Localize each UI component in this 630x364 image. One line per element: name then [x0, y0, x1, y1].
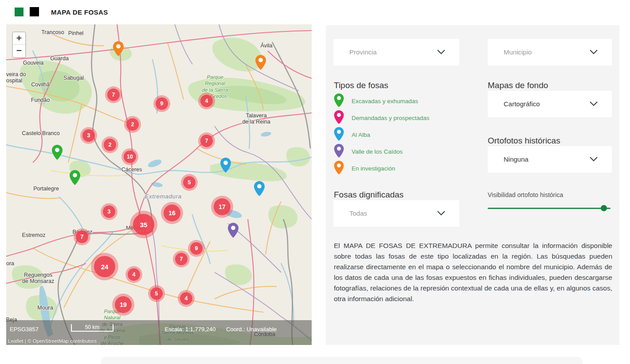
legend-item: En investigación	[334, 160, 430, 177]
chevron-down-icon	[590, 101, 598, 106]
chevron-down-icon	[437, 211, 445, 216]
cluster-marker[interactable]: 7	[198, 132, 215, 149]
ortofoto-dropdown[interactable]: Ninguna	[488, 146, 612, 173]
legend-label: Demandadas y prospectadas	[352, 115, 430, 121]
chevron-down-icon	[590, 157, 598, 162]
cluster-count: 9	[156, 97, 168, 110]
logo-green-square	[15, 8, 23, 16]
municipio-placeholder: Municipio	[504, 48, 532, 56]
cluster-marker[interactable]: 7	[105, 86, 122, 103]
cluster-count: 4	[128, 268, 140, 281]
cluster-count: 5	[150, 287, 163, 300]
cluster-count: 24	[94, 256, 115, 277]
slider-track[interactable]	[488, 208, 610, 209]
cluster-marker[interactable]: 3	[101, 203, 117, 220]
map-pin-icon	[334, 110, 344, 126]
cluster-count: 17	[214, 198, 231, 215]
logo-black-square	[30, 7, 39, 16]
scale-text: Escala: 1:1,779,240	[157, 326, 223, 333]
visibility-slider-label: Visibilidad ortofoto histórica	[488, 191, 563, 198]
cluster-count: 2	[126, 118, 139, 131]
visibility-slider[interactable]	[488, 205, 610, 212]
legend-label: Valle de los Caídos	[352, 148, 403, 155]
zoom-in-button[interactable]: +	[13, 32, 25, 45]
fosas-dignificadas-dropdown[interactable]: Todas	[333, 200, 459, 227]
cluster-marker[interactable]: 24	[91, 253, 118, 280]
fosas-dignificadas-heading: Fosas dignificadas	[334, 190, 403, 200]
cluster-marker[interactable]: 19	[112, 294, 134, 316]
cluster-marker[interactable]: 4	[178, 290, 195, 307]
cluster-count: 16	[164, 205, 180, 221]
cluster-marker[interactable]: 2	[102, 136, 118, 153]
filters-panel: Provincia Municipio Tipos de fosas Excav…	[326, 25, 619, 345]
cluster-marker[interactable]: 9	[153, 95, 170, 112]
map[interactable]: TrancosoPinhelGuardaGouveiaveira do ospi…	[6, 24, 312, 345]
cluster-marker[interactable]: 17	[211, 196, 233, 218]
cluster-marker[interactable]: 2	[124, 116, 141, 133]
zoom-control: + −	[12, 31, 26, 58]
cluster-marker[interactable]: 9	[188, 240, 205, 257]
cluster-count: 7	[107, 89, 120, 101]
map-description-text: El MAPA DE FOSAS DE EXTREMADURA permite …	[334, 240, 612, 304]
map-pin-icon	[334, 144, 344, 159]
zoom-out-button[interactable]: −	[13, 45, 25, 57]
coordinates-text: Coord.: Unavailable	[218, 326, 285, 333]
cluster-marker[interactable]: 16	[161, 202, 183, 224]
cluster-marker[interactable]: 4	[125, 266, 142, 283]
legend-item: Al Alba	[334, 126, 430, 143]
legend-label: Excavadas y exhumadas	[352, 98, 418, 105]
scale-bar: 50 km	[71, 324, 113, 332]
fosas-dignificadas-value: Todas	[349, 209, 367, 217]
epsg-label: EPSG3857	[10, 326, 39, 333]
tipos-de-fosas-heading: Tipos de fosas	[334, 81, 388, 90]
cluster-count: 9	[190, 242, 203, 255]
mapa-de-fondo-dropdown[interactable]: Cartográfico	[488, 91, 612, 117]
map-pin-icon	[334, 161, 344, 176]
cluster-marker[interactable]: 4	[198, 93, 215, 109]
cluster-marker[interactable]: 7	[74, 228, 90, 245]
grave-pin-al-alba[interactable]	[254, 181, 265, 198]
cluster-count: 5	[183, 176, 196, 189]
cluster-count: 7	[200, 135, 213, 147]
fosa-types-legend: Excavadas y exhumadasDemandadas y prospe…	[334, 93, 430, 177]
legend-label: Al Alba	[352, 132, 370, 138]
provincia-dropdown[interactable]: Provincia	[333, 39, 459, 66]
cluster-marker[interactable]: 10	[121, 148, 138, 165]
cluster-count: 7	[175, 253, 188, 265]
mapas-de-fondo-heading: Mapas de fondo	[488, 81, 548, 90]
chevron-down-icon	[437, 50, 445, 54]
grave-pin-en-investigacion[interactable]	[255, 55, 266, 72]
cluster-marker[interactable]: 5	[148, 285, 165, 302]
map-attribution[interactable]: Leaflet | © OpenStreetMap contributors	[8, 338, 97, 344]
grave-pin-al-alba[interactable]	[220, 158, 231, 174]
provincia-placeholder: Provincia	[349, 48, 377, 56]
cluster-count: 4	[200, 95, 213, 107]
chevron-down-icon	[590, 50, 598, 54]
legend-item: Excavadas y exhumadas	[334, 93, 430, 109]
mapa-de-fondo-value: Cartográfico	[504, 100, 540, 108]
cluster-count: 3	[103, 205, 115, 218]
map-status-bar: EPSG3857 50 km Escala: 1:1,779,240 Coord…	[6, 320, 312, 345]
cluster-marker[interactable]: 5	[181, 174, 198, 191]
grave-pin-valle-de-los-caidos[interactable]	[227, 223, 239, 240]
map-pin-icon	[334, 93, 344, 109]
cluster-marker[interactable]: 3	[80, 127, 97, 144]
legend-item: Valle de los Caídos	[334, 143, 430, 160]
cluster-count: 35	[133, 214, 154, 235]
municipio-dropdown[interactable]: Municipio	[488, 39, 612, 66]
cluster-count: 2	[104, 139, 116, 151]
cluster-marker[interactable]: 7	[173, 251, 190, 267]
cluster-count: 7	[76, 231, 88, 243]
cluster-marker[interactable]: 35	[130, 211, 157, 238]
grave-pin-en-investigacion[interactable]	[113, 41, 124, 58]
app-header: MAPA DE FOSAS	[0, 0, 630, 24]
ortofotos-heading: Ortofotos históricas	[488, 136, 560, 146]
cluster-count: 3	[82, 129, 95, 142]
grave-pin-excavadas-y-exhumadas[interactable]	[51, 145, 63, 162]
ortofoto-value: Ninguna	[504, 155, 528, 163]
grave-pin-excavadas-y-exhumadas[interactable]	[69, 170, 81, 187]
slider-knob[interactable]	[601, 205, 607, 211]
cluster-count: 19	[115, 296, 132, 313]
legend-label: En investigación	[352, 165, 395, 172]
legend-item: Demandadas y prospectadas	[334, 109, 430, 126]
